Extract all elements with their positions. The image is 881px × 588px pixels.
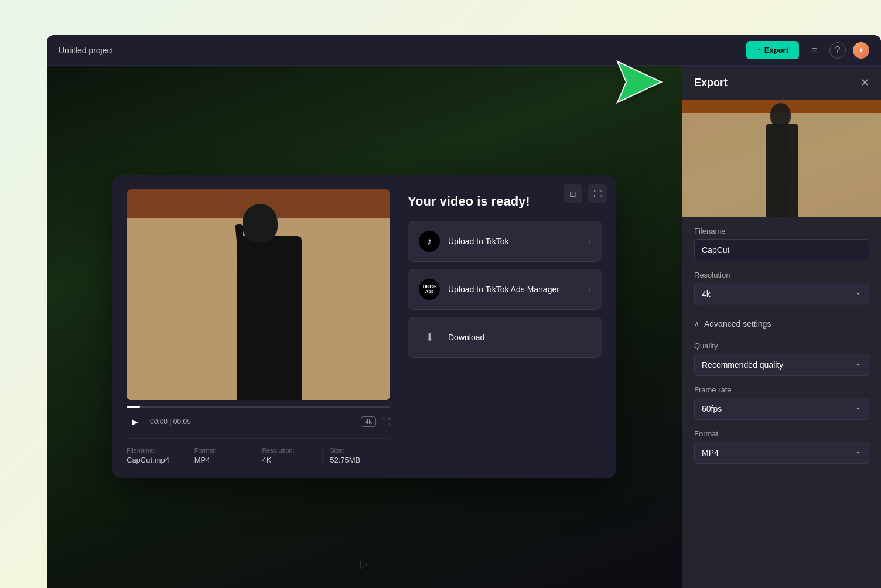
framerate-select[interactable]: 60fps 30fps 24fps	[694, 398, 869, 420]
download-button[interactable]: ⬇ Download	[408, 317, 602, 358]
top-bar: Untitled project ↑ Export ≡ ? ✦	[47, 35, 881, 66]
filename-input[interactable]	[694, 239, 869, 261]
advanced-settings-label: Advanced settings	[704, 319, 771, 329]
upload-tiktok-button[interactable]: ♪ Upload to TikTok ›	[408, 221, 602, 262]
modal-overlay: ⊡ ⛶	[47, 66, 682, 588]
quality-badge[interactable]: 4k	[361, 416, 376, 427]
video-player-container: ▶ 00:00 | 00:05 4k	[127, 189, 390, 464]
resolution-select[interactable]: 4k 2k 1080p 720p	[694, 283, 869, 305]
main-content: ⊡ ⛶	[47, 66, 881, 588]
chevron-right-icon-ads: ›	[588, 285, 591, 294]
help-icon[interactable]: ?	[829, 42, 846, 59]
upload-tiktok-label: Upload to TikTok	[448, 237, 580, 246]
upload-ads-label: Upload to TikTok Ads Manager	[448, 285, 580, 294]
advanced-settings-header[interactable]: ∧ Advanced settings	[694, 314, 869, 333]
play-icon: ▶	[132, 417, 138, 426]
video-ready-modal: ⊡ ⛶	[112, 175, 616, 478]
modal-right-panel: Your video is ready! ♪ Upload to TikTok …	[408, 189, 602, 464]
export-button[interactable]: ↑ Export	[746, 41, 799, 59]
avatar[interactable]: ✦	[853, 42, 869, 59]
expand-icon: ⛶	[593, 189, 602, 199]
progress-bar[interactable]	[127, 406, 390, 408]
controls-left: ▶ 00:00 | 00:05	[127, 413, 191, 430]
export-panel: Export ✕	[682, 66, 881, 588]
framerate-field: Frame rate 60fps 30fps 24fps	[694, 385, 869, 420]
progress-fill	[127, 406, 140, 408]
svg-marker-0	[617, 61, 661, 102]
subtitle-icon: ⊡	[569, 189, 576, 199]
chevron-right-icon-tiktok: ›	[588, 237, 591, 246]
resolution-label: Resolution	[694, 271, 869, 279]
close-icon: ✕	[860, 77, 869, 88]
tiktok-ads-icon: TikTokAds	[419, 279, 440, 300]
play-button[interactable]: ▶	[127, 413, 143, 430]
download-label: Download	[448, 333, 591, 342]
upload-tiktok-ads-button[interactable]: TikTokAds Upload to TikTok Ads Manager ›	[408, 269, 602, 310]
editor-area: ⊡ ⛶	[47, 66, 682, 588]
format-label: Format	[694, 429, 869, 438]
export-panel-header: Export ✕	[682, 66, 881, 100]
video-player	[127, 189, 390, 400]
export-preview-thumbnail	[682, 100, 881, 217]
fullscreen-icon: ⛶	[382, 417, 390, 426]
video-scene	[127, 189, 390, 400]
chevron-up-icon: ∧	[694, 320, 699, 328]
resolution-field: Resolution 4k 2k 1080p 720p	[694, 271, 869, 305]
format-select[interactable]: MP4 MOV AVI GIF	[694, 442, 869, 464]
current-time: 00:00 | 00:05	[150, 418, 191, 426]
video-metadata: Filename: CapCut.mp4 Format: MP4 Resolut…	[127, 438, 390, 464]
format-field: Format MP4 MOV AVI GIF	[694, 429, 869, 464]
tiktok-icon: ♪	[419, 231, 440, 252]
project-title: Untitled project	[59, 46, 113, 55]
meta-format: Format: MP4	[187, 447, 255, 464]
export-close-button[interactable]: ✕	[860, 76, 869, 89]
menu-icon[interactable]: ≡	[806, 42, 822, 59]
filename-label: Filename	[694, 227, 869, 235]
player-controls: ▶ 00:00 | 00:05 4k	[127, 400, 390, 430]
green-arrow-pointer	[612, 59, 664, 108]
export-form: Filename Resolution 4k 2k 1080p 720p ∧	[682, 217, 881, 483]
quality-field: Quality Recommended quality Low Medium H…	[694, 341, 869, 376]
subtitle-icon-button[interactable]: ⊡	[564, 184, 582, 203]
framerate-label: Frame rate	[694, 385, 869, 394]
export-up-icon: ↑	[757, 46, 761, 54]
quality-select[interactable]: Recommended quality Low Medium High	[694, 354, 869, 376]
export-panel-title: Export	[694, 77, 728, 89]
fullscreen-button[interactable]: ⛶	[382, 417, 390, 426]
quality-label: Quality	[694, 341, 869, 350]
controls-row: ▶ 00:00 | 00:05 4k	[127, 413, 390, 430]
top-bar-actions: ↑ Export ≡ ? ✦	[746, 41, 869, 59]
modal-top-icons: ⊡ ⛶	[564, 184, 607, 203]
modal-content: ▶ 00:00 | 00:05 4k	[127, 189, 602, 464]
fullscreen-icon-button[interactable]: ⛶	[588, 184, 607, 203]
meta-resolution: Resolution: 4K	[255, 447, 323, 464]
app-window: Untitled project ↑ Export ≡ ? ✦	[47, 35, 881, 588]
filename-field: Filename	[694, 227, 869, 261]
download-icon: ⬇	[419, 327, 440, 348]
meta-size: Size: 52.75MB	[323, 447, 390, 464]
meta-filename: Filename: CapCut.mp4	[127, 447, 187, 464]
